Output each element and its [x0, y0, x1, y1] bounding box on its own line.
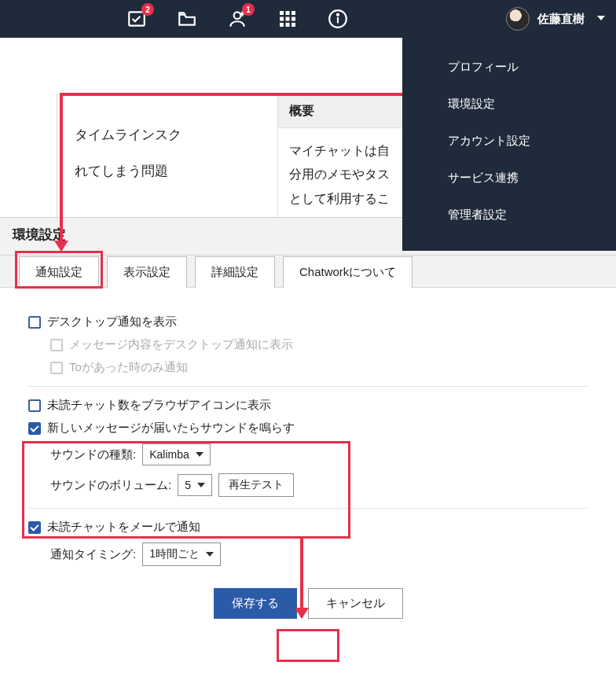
folder-icon[interactable]	[176, 8, 198, 30]
tasks-badge: 2	[141, 3, 154, 16]
svg-rect-4	[292, 11, 295, 15]
opt-desktop-label: デスクトップ通知を表示	[47, 314, 177, 329]
tasks-icon[interactable]: 2	[126, 8, 148, 30]
svg-rect-2	[280, 11, 284, 15]
dialog-body: デスクトップ通知を表示 メッセージ内容をデスクトップ通知に表示 Toがあった時の…	[0, 288, 616, 580]
svg-rect-3	[286, 11, 290, 15]
svg-rect-8	[280, 23, 284, 27]
svg-rect-7	[292, 17, 295, 21]
dialog-buttons: 保存する キャンセル	[0, 580, 616, 633]
sound-type-label: サウンドの種類:	[50, 447, 136, 462]
opt-badge-row[interactable]: 未読チャット数をブラウザアイコンに表示	[28, 398, 588, 413]
opt-desktop-sub1-row: メッセージ内容をデスクトップ通知に表示	[50, 337, 588, 352]
opt-desktop-sub1-label: メッセージ内容をデスクトップ通知に表示	[69, 337, 293, 352]
header-toolbar: 2 1	[126, 8, 349, 30]
app-header: 2 1 佐藤直樹 プロフィール 環境設定 アカウント設定 サービス連携 管理者設…	[0, 0, 616, 38]
menu-admin[interactable]: 管理者設定	[402, 197, 616, 234]
avatar	[506, 7, 530, 31]
checkbox-email[interactable]	[28, 521, 41, 534]
chevron-down-icon	[597, 16, 605, 20]
checkbox-browser-badge[interactable]	[28, 399, 41, 412]
bg-left: タイムラインスク れてしまう問題	[57, 95, 277, 217]
contact-badge: 1	[242, 3, 255, 16]
tab-advanced[interactable]: 詳細設定	[195, 256, 275, 288]
menu-integrations[interactable]: サービス連携	[402, 160, 616, 197]
add-contact-icon[interactable]: 1	[226, 8, 248, 30]
apps-grid-icon[interactable]	[277, 8, 299, 30]
opt-email-row[interactable]: 未読チャットをメールで通知	[28, 520, 588, 535]
checkbox-desktop[interactable]	[28, 316, 41, 329]
info-icon[interactable]	[327, 8, 349, 30]
save-button[interactable]: 保存する	[214, 588, 297, 619]
separator	[28, 386, 588, 387]
svg-point-1	[234, 12, 241, 19]
svg-rect-10	[292, 23, 295, 27]
play-test-button[interactable]: 再生テスト	[218, 473, 294, 497]
menu-profile[interactable]: プロフィール	[402, 49, 616, 86]
opt-desktop-sub2-row: Toがあった時のみ通知	[50, 360, 588, 375]
sound-volume-label: サウンドのボリューム:	[50, 478, 171, 493]
email-timing-label: 通知タイミング:	[50, 547, 136, 562]
sound-volume-row: サウンドのボリューム: 5 再生テスト	[50, 473, 588, 497]
checkbox-desktop-content[interactable]	[50, 339, 63, 351]
menu-preferences[interactable]: 環境設定	[402, 86, 616, 123]
tab-display[interactable]: 表示設定	[107, 256, 187, 288]
annotation-arrow-h	[61, 93, 433, 96]
preferences-dialog: 環境設定 通知設定 表示設定 詳細設定 Chatworkについて デスクトップ通…	[0, 217, 616, 633]
user-dropdown: プロフィール 環境設定 アカウント設定 サービス連携 管理者設定	[402, 38, 616, 251]
svg-rect-9	[286, 23, 290, 27]
annotation-arrow-v2	[300, 539, 303, 617]
opt-sound-label: 新しいメッセージが届いたらサウンドを鳴らす	[47, 421, 295, 436]
opt-badge-label: 未読チャット数をブラウザアイコンに表示	[47, 398, 271, 413]
tab-notifications[interactable]: 通知設定	[19, 256, 99, 288]
tab-about[interactable]: Chatworkについて	[283, 256, 412, 288]
annotation-arrow-v1	[60, 93, 63, 250]
opt-email-label: 未読チャットをメールで通知	[47, 520, 200, 535]
sound-volume-select[interactable]: 5	[178, 474, 212, 496]
cancel-button[interactable]: キャンセル	[308, 588, 403, 619]
email-timing-select[interactable]: 1時間ごと	[142, 542, 221, 566]
bg-left-line1: タイムラインスク	[75, 117, 262, 153]
dialog-tabs: 通知設定 表示設定 詳細設定 Chatworkについて	[0, 256, 616, 288]
menu-account[interactable]: アカウント設定	[402, 123, 616, 160]
sound-type-select[interactable]: Kalimba	[142, 443, 211, 465]
svg-rect-6	[286, 17, 290, 21]
checkbox-sound[interactable]	[28, 422, 41, 435]
username: 佐藤直樹	[537, 12, 585, 27]
opt-sound-row[interactable]: 新しいメッセージが届いたらサウンドを鳴らす	[28, 421, 588, 436]
opt-desktop-row[interactable]: デスクトップ通知を表示	[28, 314, 588, 329]
checkbox-desktop-to[interactable]	[50, 362, 63, 374]
opt-desktop-sub2-label: Toがあった時のみ通知	[69, 360, 188, 375]
bg-left-line2: れてしまう問題	[75, 153, 262, 189]
separator	[28, 508, 588, 509]
svg-point-13	[337, 14, 339, 16]
email-timing-row: 通知タイミング: 1時間ごと	[50, 542, 588, 566]
user-menu-trigger[interactable]: 佐藤直樹	[497, 0, 616, 38]
svg-rect-5	[280, 17, 284, 21]
sound-type-row: サウンドの種類: Kalimba	[50, 443, 588, 465]
